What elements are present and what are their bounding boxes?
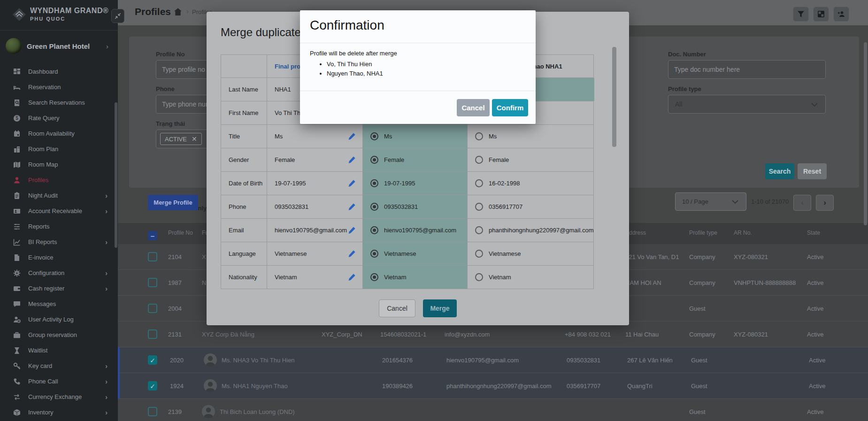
view-toggle-button[interactable] <box>813 7 829 22</box>
profile2-radio[interactable] <box>475 132 483 140</box>
merge-modal-scrollbar[interactable] <box>612 47 616 147</box>
profile2-radio[interactable] <box>475 179 483 187</box>
row-checkbox[interactable] <box>148 252 157 261</box>
table-row[interactable]: 2139Thi Bich Loan Luong (DND)GuestActive <box>118 399 868 421</box>
merge-cancel-button[interactable]: Cancel <box>379 299 415 317</box>
edit-pencil-icon[interactable] <box>348 203 356 211</box>
row-checkbox[interactable]: ✓ <box>148 355 157 365</box>
cell-full-name[interactable]: Thi Bich Loan Luong (DND) <box>220 408 295 415</box>
sidebar-item-room-availability[interactable]: Room Availability <box>0 126 118 141</box>
sidebar-item-configuration[interactable]: Configuration› <box>0 265 118 281</box>
profile2-radio[interactable] <box>475 273 483 281</box>
edit-pencil-icon[interactable] <box>348 156 356 164</box>
edit-pencil-icon[interactable] <box>348 273 356 281</box>
sidebar-item-rate-query[interactable]: $Rate Query <box>0 110 118 126</box>
sidebar-collapse-button[interactable] <box>111 9 124 23</box>
box-icon <box>13 409 21 416</box>
cell-profile-no: 2004 <box>168 305 182 312</box>
edit-pencil-icon[interactable] <box>348 179 356 187</box>
sidebar-item-reservation[interactable]: Reservation <box>0 79 118 95</box>
sidebar-item-reports[interactable]: Reports <box>0 219 118 234</box>
sidebar-item-profiles[interactable]: Profiles <box>0 172 118 188</box>
sidebar-item-inventory[interactable]: Inventory› <box>0 405 118 420</box>
profile1-radio[interactable] <box>370 273 378 281</box>
file-icon <box>13 254 21 261</box>
profile2-value: phanthihongnhung220997@gmail.com <box>489 227 594 234</box>
select-all-checkbox[interactable]: – <box>148 231 157 240</box>
cell-full-name[interactable]: X <box>202 253 206 260</box>
search-button[interactable]: Search <box>765 163 794 179</box>
cell-address: QuangTri <box>627 383 653 390</box>
previous-page-button[interactable]: ‹ <box>793 195 811 211</box>
sidebar-item-label: User Activity Log <box>28 316 74 323</box>
reset-button[interactable]: Reset <box>798 163 827 179</box>
filter-button[interactable] <box>793 7 809 22</box>
hotel-name: Green Planet Hotel <box>27 42 90 50</box>
profile1-radio[interactable] <box>370 179 378 187</box>
table-row[interactable]: ✓1924Ms. NHA1 Nguyen Thao190389426phanth… <box>118 373 868 399</box>
profile2-radio[interactable] <box>475 226 483 234</box>
brand-location: PHU QUOC <box>30 16 108 22</box>
profile2-radio[interactable] <box>475 156 483 164</box>
row-checkbox[interactable] <box>148 278 157 287</box>
profile1-radio[interactable] <box>370 226 378 234</box>
add-profile-button[interactable] <box>833 7 849 22</box>
cell-full-name[interactable]: Ms. NHA3 Vo Thi Thu Hien <box>222 357 295 364</box>
edit-pencil-icon[interactable] <box>348 226 356 234</box>
page-size-select[interactable]: 10 / Page <box>675 192 746 211</box>
profile2-radio[interactable] <box>475 250 483 258</box>
home-icon[interactable] <box>174 8 182 16</box>
sidebar-item-group-reservation[interactable]: Group reservation <box>0 327 118 343</box>
next-page-button[interactable]: › <box>816 195 834 211</box>
chip-remove-icon[interactable]: ✕ <box>192 135 197 143</box>
cell-profile-no: 2131 <box>168 331 182 338</box>
page-scrollbar[interactable] <box>864 42 867 225</box>
row-checkbox[interactable] <box>148 407 157 416</box>
sidebar-item-room-map[interactable]: Room Map <box>0 157 118 172</box>
cell-full-name[interactable]: Ms. NHA1 Nguyen Thao <box>222 383 288 390</box>
table-row[interactable]: ✓2020Ms. NHA3 Vo Thi Thu Hien201654376hi… <box>118 347 868 373</box>
sidebar-item-key-card[interactable]: Key card› <box>0 358 118 374</box>
row-checkbox[interactable]: ✓ <box>148 381 157 390</box>
sidebar-item-room-plan[interactable]: Room Plan <box>0 141 118 157</box>
sidebar-item-currency-exchange[interactable]: Currency Exchange› <box>0 389 118 405</box>
profile-type-select[interactable]: All <box>668 95 826 114</box>
sidebar-item-night-audit[interactable]: Night Audit› <box>0 188 118 203</box>
sidebar-item-label: Group reservation <box>28 331 77 338</box>
sidebar-item-bi-reports[interactable]: BI Reports› <box>0 234 118 250</box>
field-label: Last Name <box>221 78 267 101</box>
hotel-switcher[interactable]: Green Planet Hotel › <box>0 37 118 55</box>
sidebar-item-account-receivable[interactable]: Account Receivable› <box>0 203 118 219</box>
edit-pencil-icon[interactable] <box>348 250 356 258</box>
merge-row-phone: Phone093503283109350328310356917707 <box>221 195 593 219</box>
sidebar-scrollbar[interactable] <box>115 102 117 248</box>
profile1-radio[interactable] <box>370 156 378 164</box>
map-icon <box>13 161 21 168</box>
merge-profile-button[interactable]: Merge Profile <box>148 195 198 210</box>
sidebar-item-user-activity-log[interactable]: User Activity Log <box>0 312 118 327</box>
profile1-radio[interactable] <box>370 250 378 258</box>
profile2-radio[interactable] <box>475 203 483 211</box>
sidebar-item-waitlist[interactable]: Waitlist <box>0 343 118 358</box>
edit-pencil-icon[interactable] <box>348 132 356 140</box>
row-checkbox[interactable] <box>148 329 157 339</box>
doc-number-input[interactable] <box>668 60 826 79</box>
chartline-icon <box>13 238 21 246</box>
table-row[interactable]: 2131XYZ Corp Đà NẵngXYZ_Corp_DN154608032… <box>118 321 868 347</box>
sidebar-item-dashboard[interactable]: Dashboard <box>0 64 118 79</box>
sidebar-item-phone-call[interactable]: Phone Call› <box>0 374 118 389</box>
merge-button[interactable]: Merge <box>423 299 457 317</box>
sidebar-item-e-invoice[interactable]: E-invoice <box>0 250 118 265</box>
profile1-radio[interactable] <box>370 203 378 211</box>
personclock-icon <box>13 316 21 323</box>
confirm-cancel-button[interactable]: Cancel <box>457 99 490 116</box>
profile1-radio[interactable] <box>370 132 378 140</box>
sidebar-item-cash-register[interactable]: Cash register› <box>0 281 118 296</box>
cell-full-name[interactable]: XYZ Corp Đà Nẵng <box>202 331 254 338</box>
cell-full-name[interactable]: N <box>202 279 206 286</box>
sidebar-item-messages[interactable]: Messages <box>0 296 118 312</box>
confirm-button[interactable]: Confirm <box>492 99 528 116</box>
status-chip[interactable]: ACTIVE ✕ <box>160 133 202 145</box>
row-checkbox[interactable] <box>148 304 157 313</box>
sidebar-item-search-reservations[interactable]: Search Reservations <box>0 95 118 110</box>
